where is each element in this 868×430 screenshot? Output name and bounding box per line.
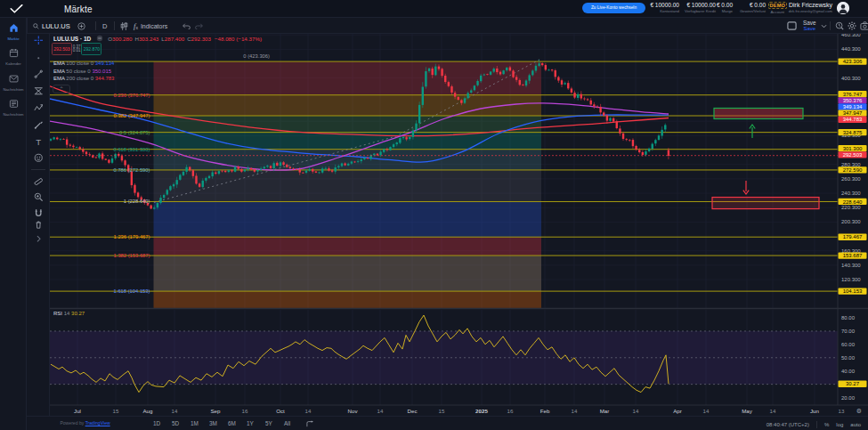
svg-text:80.00: 80.00	[841, 315, 856, 320]
alert-clock-icon	[835, 21, 844, 30]
svg-text:16: 16	[242, 408, 248, 414]
tool-trendline-icon[interactable]	[32, 68, 45, 80]
tool-zoom-in-icon[interactable]	[32, 191, 45, 203]
avatar[interactable]	[837, 2, 849, 14]
settings-button[interactable]	[848, 18, 856, 34]
chart-type-button[interactable]	[120, 18, 128, 34]
rsi-legend[interactable]: RSI 14 30.27	[53, 311, 85, 316]
ohlc-low-value: 287.400	[165, 36, 184, 42]
chevron-down-icon	[821, 24, 827, 28]
range-all[interactable]: All	[282, 419, 292, 427]
alert-button[interactable]	[835, 18, 844, 34]
tradingview-link[interactable]: TradingView	[85, 420, 110, 426]
screenshot-button[interactable]	[860, 18, 868, 34]
tool-ruler-icon[interactable]	[32, 174, 45, 187]
save-menu-caret[interactable]	[821, 18, 827, 34]
ema-50-legend[interactable]: EMA 50 close 0 350.015	[53, 69, 111, 74]
svg-text:2025: 2025	[475, 408, 488, 414]
sidebar-item-markte-0[interactable]: Märkte	[0, 20, 27, 41]
tool-magnet-icon[interactable]	[32, 207, 45, 219]
quote-panel: 292.503 0.370.01 292.870	[52, 43, 101, 55]
svg-text:1 (228.640): 1 (228.640)	[124, 199, 150, 204]
svg-text:Jul: Jul	[74, 408, 81, 414]
trash-icon	[34, 220, 44, 230]
tool-chevron-right-icon[interactable]	[32, 232, 45, 245]
layout-icon	[787, 21, 797, 30]
left-nav: MärkteKalenderNachrichtenNachrichten	[0, 18, 27, 430]
chart-toolbar: LULU.US D fx Indicators Save Save	[27, 18, 868, 34]
clock[interactable]: 08:40:47 (UTC+2)	[767, 422, 809, 427]
price-chart[interactable]: 0 (423.306)0.236 (376.747)0.382 (347.947…	[50, 34, 868, 416]
svg-text:324.875: 324.875	[843, 130, 863, 135]
tool-dot-icon[interactable]	[32, 52, 45, 64]
svg-text:Apr: Apr	[673, 408, 682, 414]
range-6m[interactable]: 6M	[226, 419, 238, 427]
range-1y[interactable]: 1Y	[245, 419, 256, 427]
svg-text:179.467: 179.467	[843, 234, 863, 239]
tool-pattern-icon[interactable]	[32, 101, 45, 114]
svg-text:14: 14	[305, 408, 312, 414]
svg-text:1.618 (104.153): 1.618 (104.153)	[114, 288, 150, 294]
svg-text:301.300: 301.300	[843, 146, 863, 151]
svg-text:20.00: 20.00	[841, 395, 856, 401]
drawing-tools-sidebar: T	[27, 34, 50, 416]
series-title[interactable]: LULU.US · 1D	[53, 36, 91, 42]
tool-trash-icon[interactable]	[32, 218, 45, 231]
sidebar-item-nachrichten-3[interactable]: Nachrichten	[0, 96, 27, 117]
svg-text:14: 14	[172, 408, 178, 414]
save-button[interactable]: Save Save	[803, 18, 816, 34]
layout-button[interactable]	[787, 18, 797, 34]
text-icon: T	[34, 137, 44, 147]
range-3m[interactable]: 3M	[207, 419, 219, 427]
time-axis-gear-icon[interactable]: ⚙	[856, 408, 862, 414]
symbol-search[interactable]: LULU.US	[33, 18, 70, 34]
svg-text:292.503: 292.503	[843, 152, 863, 158]
buy-button[interactable]: 292.870	[81, 43, 101, 55]
range-1d[interactable]: 1D	[151, 419, 162, 427]
ema-100-legend[interactable]: EMA 100 close 0 349.134	[53, 61, 114, 66]
log-scale-button[interactable]: log	[836, 422, 843, 427]
svg-text:15: 15	[113, 408, 119, 414]
switch-to-live-account-button[interactable]: Zu Live-Konto wechseln	[582, 3, 645, 13]
zone-box-1	[712, 198, 819, 209]
svg-text:349.134: 349.134	[843, 104, 863, 110]
svg-text:220.300: 220.300	[841, 205, 861, 210]
svg-text:1.382 (153.687): 1.382 (153.687)	[114, 253, 150, 258]
tool-text-icon[interactable]: T	[32, 135, 45, 148]
ohlc-high-value: 303.243	[139, 36, 158, 42]
user-info[interactable]: Dirk Friczewskydirk.friczewsky@gmail.com	[789, 2, 832, 13]
trading-platform: Märkte Zu Live-Konto wechseln € 10000.00…	[0, 0, 868, 430]
undo-button[interactable]	[182, 18, 191, 34]
svg-text:1.236 (179.467): 1.236 (179.467)	[114, 234, 150, 239]
svg-text:14: 14	[703, 408, 710, 414]
svg-text:May: May	[742, 408, 753, 414]
sidebar-item-nachrichten-2[interactable]: Nachrichten	[0, 71, 27, 92]
sidebar-item-kalender-1[interactable]: Kalender	[0, 45, 27, 66]
interval-button[interactable]: D	[102, 18, 107, 34]
sell-button[interactable]: 292.503	[52, 43, 72, 55]
brush-icon	[34, 120, 44, 130]
range-5d[interactable]: 5D	[170, 419, 181, 427]
go-to-date-button[interactable]	[304, 419, 316, 429]
range-1m[interactable]: 1M	[189, 419, 200, 427]
indicators-button[interactable]: fx Indicators	[134, 18, 167, 34]
gear-icon	[848, 21, 856, 30]
tool-emoji-icon[interactable]	[32, 151, 45, 164]
tool-fib-icon[interactable]	[32, 85, 45, 97]
stat-verfuegbarer-kredit: € 10000.00Verfügbarer Kredit	[685, 2, 716, 14]
auto-scale-button[interactable]: auto	[850, 422, 861, 427]
percent-scale-button[interactable]: %	[824, 422, 829, 427]
range-5y[interactable]: 5Y	[264, 419, 274, 427]
compare-symbol-button[interactable]	[77, 18, 85, 34]
calendar-icon	[9, 48, 19, 58]
stat-marge: € 0.00Marge	[717, 2, 733, 14]
redo-button[interactable]	[195, 18, 204, 34]
legend-collapse-button[interactable]: ⌃	[53, 85, 70, 93]
collapse-circle-icon[interactable]	[96, 35, 103, 42]
svg-text:14: 14	[377, 408, 384, 414]
tool-brush-icon[interactable]	[32, 118, 45, 131]
svg-text:T: T	[36, 137, 41, 147]
ema-200-legend[interactable]: EMA 200 close 0 344.783	[53, 76, 114, 81]
tool-crosshair-icon[interactable]	[32, 34, 45, 46]
account-type-badge[interactable]: DEMOAccount	[768, 2, 787, 14]
